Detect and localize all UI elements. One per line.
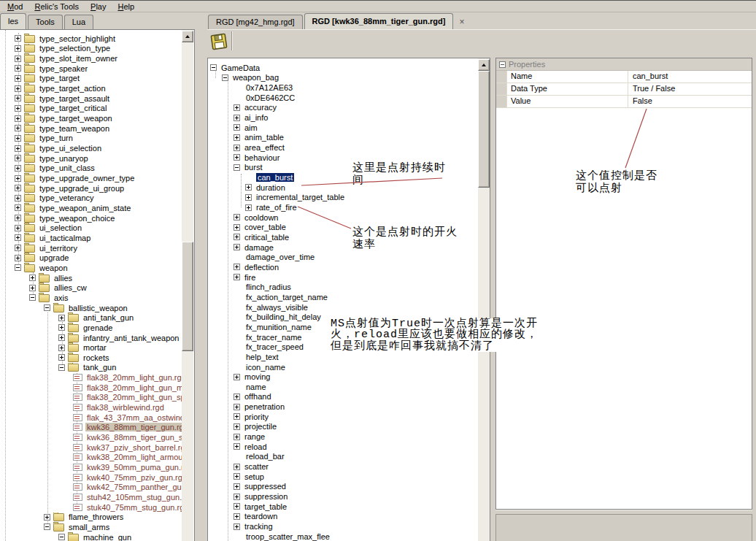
tree-item-label[interactable]: 0x7A12AE63 [244, 83, 294, 92]
expand-icon[interactable] [234, 513, 240, 520]
data-tree-item[interactable]: offhand [208, 392, 478, 402]
tree-item-label[interactable]: behaviour [243, 153, 281, 162]
expand-icon[interactable] [15, 215, 21, 221]
tree-item-label[interactable]: upgrade [38, 253, 70, 262]
file-tree-item[interactable]: type_turn [0, 134, 182, 144]
scrollbar-thumb[interactable] [182, 242, 193, 351]
data-tree-item[interactable]: flinch_radius [208, 282, 478, 292]
tree-item-label[interactable]: range [243, 432, 266, 441]
tree-item-label[interactable]: aim [243, 123, 259, 132]
expand-icon[interactable] [234, 523, 240, 530]
tree-item-label[interactable]: type_weapon_anim_state [38, 204, 132, 212]
collapse-icon[interactable] [58, 534, 65, 540]
tree-item-label[interactable]: priority [243, 413, 270, 421]
data-tree-item[interactable]: damage_over_time [208, 252, 478, 262]
data-tree-item[interactable]: suppression [208, 491, 478, 502]
tree-item-label[interactable]: type_sector_highlight [38, 34, 117, 43]
file-tree-item[interactable]: type_ui_selection [0, 143, 182, 153]
file-tree-item[interactable]: type_target_weapon [0, 113, 182, 123]
expand-icon[interactable] [15, 245, 21, 251]
menu-item-play[interactable]: Play [85, 1, 112, 12]
expand-icon[interactable] [58, 345, 65, 351]
file-tree-item[interactable]: kwk37_pziv_short_barrel.rgd [0, 442, 182, 453]
file-tree-item[interactable]: type_slot_item_owner [0, 53, 182, 64]
file-tree-item[interactable]: allies_cw [0, 283, 182, 293]
file-tree-item[interactable]: kwk42_75mm_panther_gun.rgd [0, 483, 182, 493]
tree-item-label[interactable]: grenade [82, 323, 114, 332]
file-tree-item[interactable]: ui_selection [0, 223, 182, 233]
data-tree-item[interactable]: reload [208, 442, 478, 452]
data-tree-item[interactable]: deflection [208, 262, 478, 272]
tree-item-label[interactable]: fx_tracer_speed [244, 342, 305, 351]
scroll-up-button[interactable] [478, 59, 490, 71]
tree-item-label[interactable]: help_text [244, 353, 280, 361]
expand-icon[interactable] [234, 154, 240, 161]
tree-item-label[interactable]: duration [255, 183, 287, 192]
data-tree-item[interactable]: weapon_bag [208, 73, 478, 83]
tree-item-label[interactable]: allies [53, 274, 74, 283]
tree-item-label[interactable]: troop_scatter_max_flee [244, 532, 331, 541]
tree-item-label[interactable]: ballistic_weapon [67, 304, 129, 312]
expand-icon[interactable] [234, 145, 240, 151]
tree-item-label[interactable]: tracking [243, 522, 274, 531]
expand-icon[interactable] [15, 185, 21, 191]
tree-item-label[interactable]: allies_cw [53, 283, 88, 292]
file-tree-item[interactable]: type_sector_highlight [0, 34, 182, 44]
file-tree-item[interactable]: type_upgrade_ui_group [0, 183, 182, 193]
expand-icon[interactable] [234, 494, 240, 500]
tree-item-label[interactable]: ai_info [243, 113, 269, 122]
tree-item-label[interactable]: kwk42_75mm_panther_gun.rgd [85, 483, 182, 491]
tree-item-label[interactable]: rate_of_fire [255, 203, 298, 212]
data-tree-item[interactable]: rate_of_fire [208, 202, 478, 212]
tree-item-label[interactable]: fx_always_visible [244, 303, 309, 312]
file-tree-item[interactable]: flak38_20mm_light_gun_m02.rgd [0, 383, 182, 393]
collapse-icon[interactable] [44, 523, 50, 530]
tab-tools[interactable]: Tools [28, 15, 63, 29]
data-tree-item[interactable]: priority [208, 412, 478, 422]
expand-icon[interactable] [234, 503, 240, 510]
expand-icon[interactable] [234, 124, 240, 131]
collapse-icon[interactable] [222, 74, 228, 81]
tree-item-label[interactable]: type_weapon_choice [38, 214, 116, 223]
expand-icon[interactable] [58, 334, 65, 341]
tree-item-label[interactable]: teardown [243, 512, 279, 521]
expand-icon[interactable] [15, 234, 21, 241]
file-tree-item[interactable]: flak_43_37mm_aa_ostwind_gun.rg [0, 413, 182, 423]
tree-item-label[interactable]: reload_bar [244, 452, 286, 461]
expand-icon[interactable] [15, 75, 21, 82]
tree-item-label[interactable]: anti_tank_gun [82, 313, 135, 322]
expand-icon[interactable] [234, 423, 240, 430]
menu-item-help[interactable]: Help [112, 1, 140, 12]
file-tree-item[interactable]: type_veterancy [0, 193, 182, 204]
tree-item-label[interactable]: GameData [220, 64, 261, 72]
file-tree-item[interactable]: type_weapon_anim_state [0, 203, 182, 213]
file-tree-item[interactable]: mortar [0, 342, 182, 353]
collapse-icon[interactable] [58, 364, 65, 371]
expand-icon[interactable] [234, 374, 240, 380]
tree-item-label[interactable]: type_target [38, 74, 81, 83]
tree-item-label[interactable]: kwk38_20mm_light_armoured_car [85, 453, 182, 461]
data-tree-item[interactable]: penetration [208, 402, 478, 412]
tree-item-label[interactable]: infantry_anti_tank_weapon [82, 334, 180, 342]
expand-icon[interactable] [234, 104, 240, 111]
expand-icon[interactable] [234, 473, 240, 480]
data-tree-item[interactable]: projectile [208, 422, 478, 432]
expand-icon[interactable] [15, 125, 21, 131]
tree-item-label[interactable]: type_target_action [38, 84, 107, 93]
tree-item-label[interactable]: stuh42_105mm_stug_gun.rgd [85, 493, 182, 502]
data-tree-item[interactable]: reload_bar [208, 452, 478, 462]
data-tree-item[interactable]: tracking [208, 521, 478, 532]
scrollbar-thumb[interactable] [478, 71, 490, 188]
tree-item-label[interactable]: damage_over_time [244, 253, 316, 261]
file-tree-item[interactable]: type_target_assault [0, 93, 182, 104]
file-tree-item[interactable]: type_team_weapon [0, 123, 182, 134]
collapse-icon[interactable] [234, 164, 240, 171]
tree-item-label[interactable]: type_veterancy [38, 193, 96, 202]
tree-item-label[interactable]: kwk40_75mm_pziv_gun.rgd [85, 473, 182, 482]
tree-item-label[interactable]: icon_name [244, 363, 287, 372]
file-tree-item[interactable]: type_target_critical [0, 104, 182, 114]
expand-icon[interactable] [234, 413, 240, 420]
data-tree-item[interactable]: behaviour [208, 153, 478, 163]
expand-icon[interactable] [15, 65, 21, 72]
file-tree-item[interactable]: ballistic_weapon [0, 303, 182, 313]
